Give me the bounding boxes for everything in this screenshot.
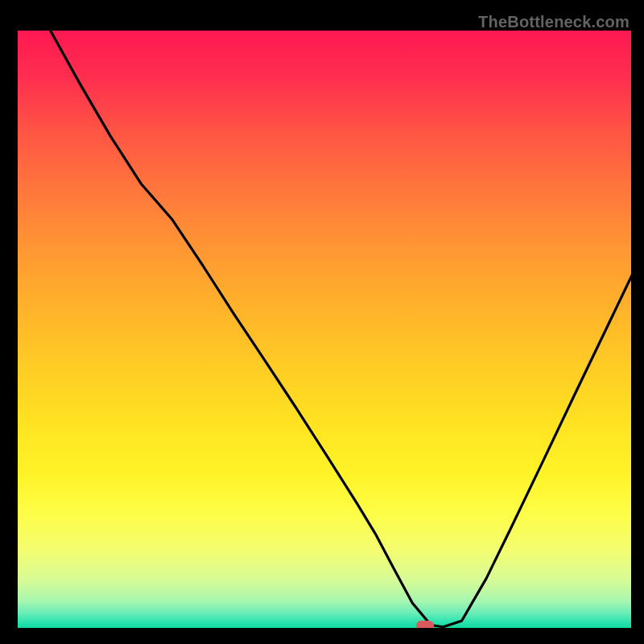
watermark-text: TheBottleneck.com <box>478 13 630 31</box>
chart-frame: TheBottleneck.com <box>14 14 631 631</box>
optimal-point-marker <box>416 621 434 630</box>
plot-area <box>14 31 631 631</box>
bottleneck-curve <box>18 31 631 631</box>
